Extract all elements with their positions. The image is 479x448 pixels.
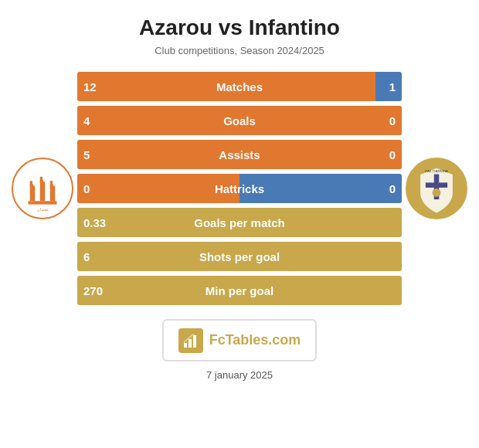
stat-bar-bg-shots-per-goal: 6Shots per goal [77, 242, 402, 271]
fctables-logo[interactable]: FcTables.com [162, 319, 317, 361]
svg-rect-7 [43, 177, 45, 182]
svg-rect-12 [426, 182, 447, 188]
stat-right-value-assists: 0 [389, 148, 396, 161]
page-wrapper: Azarou vs Infantino Club competitions, S… [0, 0, 479, 396]
stat-row-goals: 4Goals0 [77, 106, 402, 135]
fctables-text: FcTables.com [209, 332, 301, 348]
page-subtitle: Club competitions, Season 2024/2025 [8, 45, 471, 56]
right-club-logo: ΠΑΣ ΓΙΑΝΝΙΝΑ [406, 158, 467, 219]
svg-rect-4 [30, 181, 32, 186]
stat-row-matches: 12Matches1 [77, 72, 402, 101]
svg-rect-3 [29, 201, 57, 204]
svg-rect-6 [40, 177, 42, 182]
stat-bar-bg-matches: 12Matches1 [77, 72, 402, 101]
svg-rect-0 [30, 185, 36, 202]
svg-rect-1 [40, 180, 46, 201]
fctables-icon [178, 328, 203, 353]
svg-rect-5 [33, 181, 35, 186]
stat-left-value-goals-per-match: 0.33 [83, 216, 106, 229]
stat-label-shots-per-goal: Shots per goal [199, 250, 280, 263]
svg-text:ΠΑΣ ΓΙΑΝΝΙΝΑ: ΠΑΣ ΓΙΑΝΝΙΝΑ [425, 169, 448, 173]
stat-label-min-per-goal: Min per goal [206, 284, 273, 297]
stat-bar-bg-min-per-goal: 270Min per goal [77, 276, 402, 305]
svg-rect-2 [50, 185, 56, 202]
team-right-logo: ΠΑΣ ΓΙΑΝΝΙΝΑ [402, 158, 471, 219]
svg-rect-17 [193, 335, 196, 348]
stat-left-value-matches: 12 [83, 80, 97, 93]
stat-bar-bg-goals: 4Goals0 [77, 106, 402, 135]
stat-bar-bg-hattricks: 0Hattricks0 [77, 174, 402, 203]
stats-container: 12Matches14Goals05Assists00Hattricks00.3… [77, 72, 402, 305]
svg-rect-15 [184, 343, 187, 348]
ajman-logo-svg: عجمان [13, 158, 72, 219]
stat-left-value-shots-per-goal: 6 [83, 250, 90, 263]
stat-row-min-per-goal: 270Min per goal [77, 276, 402, 305]
stat-right-value-goals: 0 [389, 114, 396, 127]
stat-label-hattricks: Hattricks [215, 182, 264, 195]
page-title: Azarou vs Infantino [8, 15, 471, 40]
team-left-logo: عجمان [8, 158, 77, 219]
stat-bar-bg-assists: 5Assists0 [77, 140, 402, 169]
stat-row-shots-per-goal: 6Shots per goal [77, 242, 402, 271]
fctables-chart-icon [182, 332, 199, 349]
svg-text:عجمان: عجمان [37, 207, 49, 212]
stat-left-value-assists: 5 [83, 148, 90, 161]
stat-left-value-goals: 4 [83, 114, 90, 127]
stat-row-assists: 5Assists0 [77, 140, 402, 169]
svg-point-13 [433, 188, 441, 197]
ajman-logo: عجمان [12, 158, 73, 219]
svg-rect-8 [50, 181, 53, 186]
svg-rect-9 [53, 181, 55, 186]
stat-left-value-hattricks: 0 [83, 182, 90, 195]
stat-label-goals-per-match: Goals per match [194, 216, 285, 229]
svg-rect-16 [189, 339, 192, 348]
right-club-logo-svg: ΠΑΣ ΓΙΑΝΝΙΝΑ [407, 158, 466, 219]
stat-row-hattricks: 0Hattricks0 [77, 174, 402, 203]
comparison-area: عجمان 12Matches14Goals05Assists00Hattric… [8, 72, 471, 305]
stat-left-value-min-per-goal: 270 [83, 284, 103, 297]
stat-row-goals-per-match: 0.33Goals per match [77, 208, 402, 237]
stat-label-matches: Matches [216, 80, 263, 93]
stat-bar-bg-goals-per-match: 0.33Goals per match [77, 208, 402, 237]
stat-label-goals: Goals [223, 114, 256, 127]
stat-label-assists: Assists [219, 148, 260, 161]
stat-right-value-hattricks: 0 [389, 182, 396, 195]
stat-right-value-matches: 1 [389, 80, 396, 93]
date-footer: 7 january 2025 [8, 369, 471, 381]
